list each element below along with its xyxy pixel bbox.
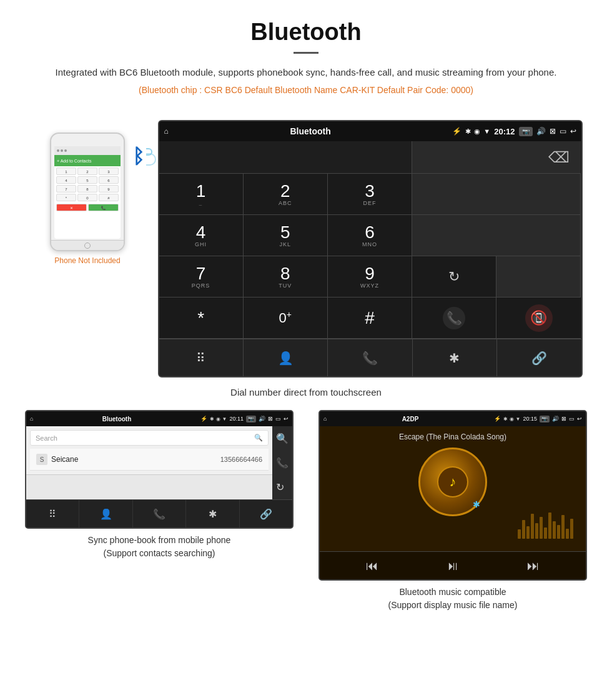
sidebar-reload-icon[interactable]: ↻ [276,481,289,493]
dial-key-2[interactable]: 2 ABC [244,174,328,215]
back-icon[interactable]: ↩ [570,127,576,136]
screen-title: Bluetooth [172,126,449,136]
pb-time: 20:11 [229,416,244,422]
dial-key-3[interactable]: 3 DEF [328,174,412,215]
phonebook-panel: ⌂ Bluetooth ⚡ ✱◉▼ 20:11 📷 🔊 ⊠ ▭ ↩ Sear [19,410,300,612]
status-icons: ✱ ◉ ▼ [465,128,490,136]
music-time: 20:15 [523,416,537,422]
dial-display-row: ⌫ [159,141,581,174]
eq-bar [566,529,569,539]
contact-number: 13566664466 [220,456,262,463]
sidebar-search-icon[interactable]: 🔍 [276,432,289,444]
eq-bar [548,512,551,539]
eq-bar [526,526,530,539]
eq-bar [535,523,538,539]
phone-not-included-label: Phone Not Included [54,256,120,265]
music-controls: ⏮ ⏯ ⏭ [320,551,586,579]
nav-settings[interactable]: 🔗 [497,339,581,376]
play-pause-button[interactable]: ⏯ [447,559,459,573]
nav-bluetooth[interactable]: ✱ [413,339,497,376]
pb-usb-icon: ⚡ [200,416,207,422]
phone-keypad: 123 456 789 *0# ✕ 📞 [54,166,121,214]
phonebook-caption: Sync phone-book from mobile phone (Suppo… [88,534,231,560]
eq-bar [570,519,573,539]
phone-graphic: + Add to Contacts 123 456 789 * [50,132,125,251]
contact-entry[interactable]: S Seicane 13566664466 [30,449,269,471]
next-track-button[interactable]: ⏭ [527,559,540,573]
dialpad-grid: 1 _ 2 ABC 3 DEF 4 GHI 5 JKL 6 [159,174,581,339]
camera-icon: 📷 [519,127,533,136]
main-caption: Dial number direct from touchscreen [0,387,612,398]
music-back-icon[interactable]: ↩ [577,416,582,422]
music-layout-icon: ▭ [569,416,575,422]
dial-key-hash[interactable]: # [328,298,412,339]
eq-bar [544,528,547,539]
status-right-icons: 📷 🔊 ⊠ ▭ ↩ [519,127,576,136]
wifi-icon: ▼ [483,128,490,135]
hangup-red-icon: 📵 [525,304,553,332]
phonebook-status-bar: ⌂ Bluetooth ⚡ ✱◉▼ 20:11 📷 🔊 ⊠ ▭ ↩ [26,411,292,426]
pb-cam-icon: 📷 [246,416,256,422]
nav-dialpad[interactable]: ⠿ [159,339,244,376]
dial-key-9[interactable]: 9 WXYZ [328,256,412,298]
pb-back-icon[interactable]: ↩ [284,416,289,422]
pb-title: Bluetooth [36,416,197,422]
pb-nav-phone[interactable]: 📞 [133,500,186,528]
music-home-icon: ⌂ [323,416,327,422]
dial-key-5[interactable]: 5 JKL [244,215,328,256]
title-divider [294,52,318,54]
music-caption: Bluetooth music compatible (Support disp… [388,586,518,612]
page-description: Integrated with BC6 Bluetooth module, su… [37,65,575,80]
dial-key-7[interactable]: 7 PQRS [159,256,244,298]
bt-music-icon: ✱ [473,499,480,509]
music-status-icons: ✱◉▼ [503,416,521,422]
status-time: 20:12 [494,127,515,136]
dial-key-6[interactable]: 6 MNO [328,215,412,256]
pb-nav-contacts[interactable]: 👤 [79,500,132,528]
search-icon: 🔍 [254,434,263,442]
equalizer-bars [518,508,573,539]
album-art-inner: ♪ [437,466,468,498]
eq-bar [540,517,543,539]
music-note-icon: ♪ [450,474,457,490]
eq-bar [518,529,521,539]
eq-bar [531,514,534,539]
dial-key-1[interactable]: 1 _ [159,174,244,215]
nav-contacts[interactable]: 👤 [244,339,328,376]
music-album-area: ♪ ✱ [326,448,580,516]
music-usb-icon: ⚡ [494,416,501,422]
dial-key-0[interactable]: 0+ [244,298,328,339]
bluetooth-status-icon: ✱ [465,128,471,136]
backspace-area: ⌫ [412,141,581,174]
pb-nav-dialpad[interactable]: ⠿ [26,500,79,528]
reload-button[interactable]: ↻ [412,256,496,298]
dial-key-8[interactable]: 8 TUV [244,256,328,298]
dial-key-star[interactable]: * [159,298,244,339]
pb-nav-bluetooth[interactable]: ✱ [186,500,239,528]
page-header: Bluetooth Integrated with BC6 Bluetooth … [0,0,612,114]
sidebar-phone-icon[interactable]: 📞 [276,457,289,469]
phonebook-screen: ⌂ Bluetooth ⚡ ✱◉▼ 20:11 📷 🔊 ⊠ ▭ ↩ Sear [25,410,294,529]
page-title: Bluetooth [37,19,575,46]
prev-track-button[interactable]: ⏮ [366,559,378,573]
pb-nav-settings[interactable]: 🔗 [240,500,292,528]
contact-name: Seicane [51,455,220,464]
dial-key-4[interactable]: 4 GHI [159,215,244,256]
screen-bottom-nav: ⠿ 👤 📞 ✱ 🔗 [159,339,581,376]
music-content: Escape (The Pina Colada Song) ♪ ✱ [320,426,586,551]
music-status-bar: ⌂ A2DP ⚡ ✱◉▼ 20:15 📷 🔊 ⊠ ▭ ↩ [320,411,586,426]
music-screen-icon: ⊠ [561,416,566,422]
pb-vol-icon: 🔊 [259,416,265,422]
call-button[interactable]: 📞 [412,298,496,339]
eq-bar [557,525,560,539]
hangup-button[interactable]: 📵 [496,298,581,339]
backspace-icon[interactable]: ⌫ [548,149,570,166]
usb-icon: ⚡ [452,127,461,136]
song-title: Escape (The Pina Colada Song) [399,432,506,441]
pb-screen-icon: ⊠ [268,416,273,422]
music-vol-icon: 🔊 [552,416,559,422]
search-bar[interactable]: Search 🔍 [30,430,269,446]
status-home-icon: ⌂ [164,127,169,136]
nav-phone[interactable]: 📞 [328,339,412,376]
bluetooth-icon: ᛒ [132,145,144,168]
